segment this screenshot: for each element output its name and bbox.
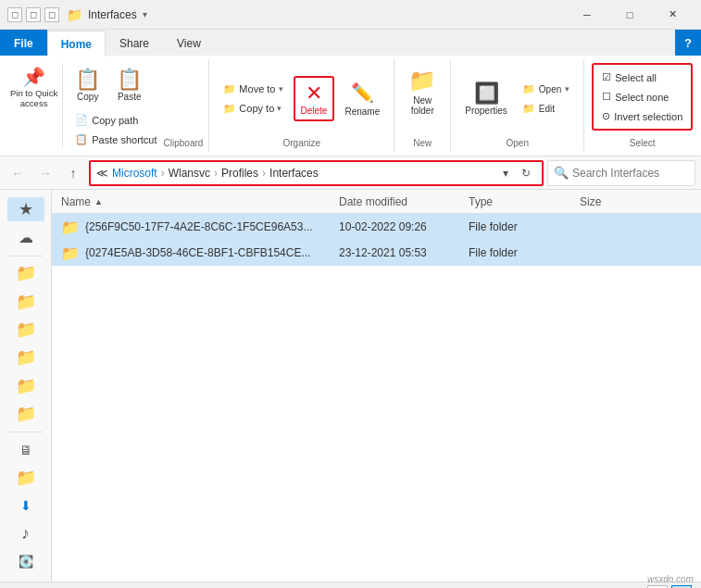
organize-group: 📁 Move to ▾ 📁 Copy to ▾ ✕ Delete ✏️	[209, 59, 394, 152]
new-label: New	[413, 134, 432, 148]
column-name[interactable]: Name ▲	[61, 195, 339, 208]
move-to-label: Move to	[239, 83, 275, 94]
clipboard-group: 📌 Pin to Quickaccess 📋 Copy 📋 Paste 📄 Co…	[0, 59, 209, 152]
folder-icon-0: 📁	[61, 219, 80, 236]
invert-icon: ⊙	[602, 110, 610, 122]
sidebar-item-quick-access[interactable]: ★	[7, 197, 44, 221]
close-button[interactable]: ✕	[651, 0, 694, 30]
copy-button[interactable]: 📋 Copy	[69, 63, 106, 109]
new-group: 📁 Newfolder New	[394, 59, 451, 152]
address-dropdown-button[interactable]: ▾	[497, 163, 514, 183]
organize-label: Organize	[217, 134, 386, 148]
address-part-2[interactable]: Wlansvc	[169, 167, 210, 180]
address-refresh-button[interactable]: ↻	[516, 163, 536, 183]
open-btn-extra-2[interactable]: 📁 Edit	[516, 100, 576, 118]
address-sep-2: ›	[214, 167, 218, 180]
sidebar-item-folder6[interactable]: 📁	[7, 402, 44, 426]
delete-button[interactable]: ✕ Delete	[294, 76, 335, 121]
address-bar[interactable]: ≪ Microsoft › Wlansvc › Profiles › Inter…	[89, 160, 544, 186]
sidebar: ★ ☁ 📁 📁 📁 📁 📁 📁 🖥 📁 ⬇ ♪ 💽	[0, 190, 52, 582]
title-quick-access-3[interactable]: ◻	[44, 7, 59, 22]
col-size-label: Size	[580, 195, 601, 208]
select-none-button[interactable]: ☐ Select none	[597, 88, 687, 106]
move-to-button[interactable]: 📁 Move to ▾	[217, 81, 289, 98]
status-bar: 2 items 2 items selected ☰ ⊞	[0, 582, 701, 588]
select-none-icon: ☐	[602, 91, 611, 103]
title-quick-access-2[interactable]: ◻	[26, 7, 41, 22]
forward-button[interactable]: →	[33, 161, 57, 185]
search-box[interactable]: 🔍	[547, 160, 695, 186]
list-view-button[interactable]: ☰	[647, 585, 668, 589]
paste-label: Paste	[118, 92, 142, 103]
address-part-3[interactable]: Profiles	[221, 167, 258, 180]
open-group: 🔲 Properties 📁 Open ▾ 📁 Edit Open	[451, 59, 584, 152]
new-folder-label: Newfolder	[411, 95, 434, 116]
cell-date-1: 23-12-2021 05:53	[339, 246, 469, 259]
search-input[interactable]	[572, 167, 683, 180]
paste-button[interactable]: 📋 Paste	[110, 63, 148, 109]
watermark: wsxdn.com	[647, 574, 694, 584]
sidebar-item-folder7[interactable]: 📁	[7, 466, 44, 490]
up-button[interactable]: ↑	[61, 161, 85, 185]
delete-label: Delete	[301, 106, 328, 116]
new-folder-button[interactable]: 📁 Newfolder	[402, 63, 443, 120]
table-row[interactable]: 📁 {0274E5AB-3D58-46CE-8BF1-CBFB154CE... …	[52, 240, 701, 266]
tab-home[interactable]: Home	[47, 31, 106, 56]
sidebar-item-drive[interactable]: 💽	[7, 550, 44, 574]
copy-path-button[interactable]: 📄 Copy path	[69, 111, 163, 129]
paste-shortcut-icon: 📋	[75, 133, 88, 145]
sidebar-item-onedrive[interactable]: ☁	[7, 225, 44, 249]
copy-to-button[interactable]: 📁 Copy to ▾	[217, 100, 289, 118]
tab-view[interactable]: View	[163, 30, 215, 56]
sidebar-item-folder2[interactable]: 📁	[7, 290, 44, 314]
column-size[interactable]: Size	[580, 195, 692, 208]
title-quick-access-1[interactable]: ◻	[7, 7, 22, 22]
open-icon-1: 📁	[522, 83, 535, 95]
address-sep-1: ›	[161, 167, 165, 180]
sidebar-item-folder3[interactable]: 📁	[7, 318, 44, 342]
copy-icon: 📋	[75, 69, 100, 90]
move-to-chevron: ▾	[279, 84, 283, 94]
ribbon-content: 📌 Pin to Quickaccess 📋 Copy 📋 Paste 📄 Co…	[0, 56, 701, 156]
title-bar: ◻ ◻ ◻ 📁 Interfaces ▾ ─ □ ✕	[0, 0, 701, 30]
column-date[interactable]: Date modified	[339, 195, 469, 208]
sidebar-item-folder5[interactable]: 📁	[7, 373, 44, 397]
folder-icon-1: 📁	[61, 244, 80, 262]
copy-to-chevron: ▾	[277, 104, 282, 113]
open-btn-extra-1[interactable]: 📁 Open ▾	[516, 81, 576, 98]
details-view-button[interactable]: ⊞	[671, 585, 692, 589]
table-row[interactable]: 📁 {256F9C50-17F7-4A2E-8C6C-1F5CE96A53...…	[52, 214, 701, 240]
tab-share[interactable]: Share	[106, 30, 163, 56]
maximize-button[interactable]: □	[608, 0, 651, 30]
address-sep-3: ›	[262, 167, 266, 180]
pin-to-quick-access-button[interactable]: 📌 Pin to Quickaccess	[6, 63, 62, 114]
minimize-button[interactable]: ─	[566, 0, 608, 30]
select-group: ☑ Select all ☐ Select none ⊙ Invert sele…	[584, 59, 700, 152]
rename-button[interactable]: ✏️ Rename	[338, 79, 386, 119]
help-button[interactable]: ?	[675, 30, 701, 56]
invert-selection-button[interactable]: ⊙ Invert selection	[597, 107, 687, 125]
paste-shortcut-button[interactable]: 📋 Paste shortcut	[69, 131, 163, 148]
open-label-2: Edit	[539, 104, 555, 114]
address-part-4[interactable]: Interfaces	[269, 167, 319, 180]
rename-label: Rename	[344, 106, 380, 117]
sidebar-item-folder1[interactable]: 📁	[7, 261, 44, 285]
window-title-text: Interfaces	[88, 8, 137, 21]
sidebar-item-folder4[interactable]: 📁	[7, 345, 44, 369]
view-controls: ☰ ⊞	[647, 585, 692, 589]
address-part-1[interactable]: Microsoft	[112, 167, 157, 180]
sidebar-item-this-pc[interactable]: 🖥	[7, 438, 44, 462]
tab-file[interactable]: File	[0, 30, 47, 56]
col-type-label: Type	[469, 195, 493, 208]
column-type[interactable]: Type	[469, 195, 580, 208]
file-area: ★ ☁ 📁 📁 📁 📁 📁 📁 🖥 📁 ⬇ ♪ 💽 Name ▲ Date mo…	[0, 190, 701, 582]
rename-icon: ✏️	[351, 81, 374, 104]
cell-name-1: 📁 {0274E5AB-3D58-46CE-8BF1-CBFB154CE...	[61, 244, 339, 262]
sidebar-item-downloads[interactable]: ⬇	[7, 494, 44, 518]
file-name-1: {0274E5AB-3D58-46CE-8BF1-CBFB154CE...	[85, 246, 310, 259]
back-button[interactable]: ←	[6, 161, 30, 185]
properties-button[interactable]: 🔲 Properties	[458, 77, 514, 120]
title-folder-icon: 📁	[67, 7, 82, 22]
sidebar-item-music[interactable]: ♪	[7, 522, 44, 546]
select-all-button[interactable]: ☑ Select all	[597, 69, 687, 86]
